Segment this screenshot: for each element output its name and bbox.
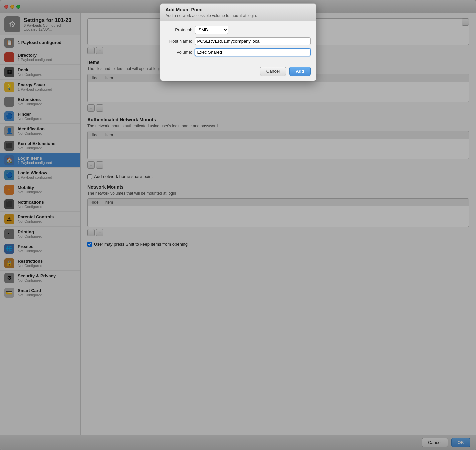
dialog-cancel-button[interactable]: Cancel (260, 67, 286, 76)
volume-row: Volume: (166, 48, 311, 56)
add-mount-dialog: Add Mount Point Add a network accessible… (160, 3, 316, 81)
protocol-label: Protocol: (166, 27, 192, 32)
dialog-subtitle: Add a network accessible volume to mount… (166, 13, 311, 18)
dialog-add-button[interactable]: Add (289, 67, 310, 76)
dialog-footer: Cancel Add (160, 64, 316, 81)
hostname-input[interactable] (195, 37, 311, 45)
dialog-body: Protocol: SMBAFPNFS Host Name: Volume: (160, 21, 316, 64)
hostname-row: Host Name: (166, 37, 311, 45)
hostname-label: Host Name: (166, 39, 192, 44)
dialog-title: Add Mount Point (166, 7, 311, 12)
volume-input[interactable] (195, 48, 311, 56)
modal-overlay: Add Mount Point Add a network accessible… (0, 0, 476, 450)
dialog-title-bar: Add Mount Point Add a network accessible… (160, 4, 316, 21)
volume-label: Volume: (166, 50, 192, 55)
protocol-select[interactable]: SMBAFPNFS (195, 26, 228, 34)
protocol-row: Protocol: SMBAFPNFS (166, 26, 311, 34)
